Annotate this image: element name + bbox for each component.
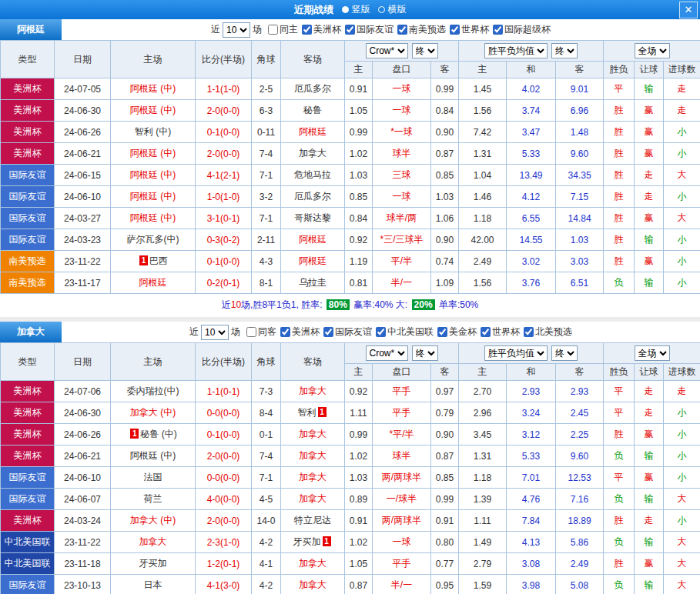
checkbox-input[interactable] xyxy=(345,25,355,35)
team-name[interactable]: 加拿大 xyxy=(299,472,327,482)
team-name[interactable]: 委内瑞拉(中) xyxy=(127,385,179,396)
handicap-result-cell: 赢 xyxy=(635,100,664,122)
team-name[interactable]: 日本 xyxy=(144,579,162,590)
wdl-time-select[interactable]: 终 xyxy=(551,345,578,361)
team-name[interactable]: 特立尼达 xyxy=(294,515,331,526)
team-name[interactable]: 阿根廷 xyxy=(299,234,327,245)
wdl-away-cell: 7.16 xyxy=(556,489,604,510)
team-name[interactable]: 阿根廷 xyxy=(139,277,167,288)
filter-checkbox[interactable]: 国际超级杯 xyxy=(493,23,551,36)
team-name[interactable]: 阿根廷 (中) xyxy=(130,83,176,94)
team-name[interactable]: 阿根廷 (中) xyxy=(130,105,176,115)
team-name[interactable]: 阿根廷 (中) xyxy=(130,169,176,180)
filter-checkbox[interactable]: 美洲杯 xyxy=(302,23,341,36)
team-name[interactable]: 乌拉圭 xyxy=(299,277,327,288)
checkbox-input[interactable] xyxy=(437,327,447,337)
team-name[interactable]: 加拿大 xyxy=(299,429,327,439)
handicap-odds-away-cell: 0.90 xyxy=(431,424,459,446)
filter-checkbox[interactable]: 国际友谊 xyxy=(345,23,394,36)
team-name[interactable]: 阿根廷 xyxy=(299,126,327,137)
layout-radio-horizontal[interactable]: 横版 xyxy=(378,3,407,16)
filter-checkbox[interactable]: 南美预选 xyxy=(397,23,446,36)
handicap-odds-away-cell: 0.99 xyxy=(431,78,459,100)
checkbox-input[interactable] xyxy=(246,327,256,337)
bookmaker-select[interactable]: Crow* xyxy=(366,345,408,361)
team-cell: 1巴西 xyxy=(111,251,196,272)
team-name[interactable]: 智利 (中) xyxy=(135,126,171,137)
team-name[interactable]: 加拿大 xyxy=(299,493,327,504)
checkbox-input[interactable] xyxy=(450,25,460,35)
scope-select[interactable]: 全场 xyxy=(635,345,670,361)
wdl-time-select[interactable]: 终 xyxy=(551,43,578,58)
team-name[interactable]: 加拿大 xyxy=(299,385,327,396)
team-name[interactable]: 加拿大 xyxy=(299,558,327,569)
checkbox-input[interactable] xyxy=(376,327,386,337)
filter-checkbox[interactable]: 国际友谊 xyxy=(323,325,372,339)
team-name[interactable]: 阿根廷 (中) xyxy=(130,450,176,461)
close-button[interactable]: ✕ xyxy=(679,2,698,18)
team-name[interactable]: 阿根廷 xyxy=(299,255,327,266)
team-name[interactable]: 厄瓜多尔 xyxy=(294,83,331,94)
team-name[interactable]: 哥斯达黎 xyxy=(294,212,331,223)
checkbox-input[interactable] xyxy=(481,327,491,337)
team-name[interactable]: 加拿大 xyxy=(139,536,167,547)
team-cell: 厄瓜多尔 xyxy=(281,78,345,100)
wdl-away-cell: 3.03 xyxy=(556,251,604,272)
wdl-draw-cell: 5.33 xyxy=(507,143,556,165)
match-count-select[interactable]: 10 xyxy=(223,22,250,38)
team-name[interactable]: 加拿大 xyxy=(299,450,327,461)
filter-checkbox[interactable]: 中北美国联 xyxy=(376,325,434,339)
red-card-icon: 1 xyxy=(139,255,148,265)
team-name[interactable]: 阿根廷 (中) xyxy=(130,148,176,159)
team-name[interactable]: 巴西 xyxy=(149,255,168,266)
checkbox-label: 南美预选 xyxy=(409,23,446,36)
match-count-select[interactable]: 10 xyxy=(201,325,229,340)
filter-checkbox[interactable]: 美金杯 xyxy=(437,325,477,339)
filter-checkbox[interactable]: 世界杯 xyxy=(450,23,489,36)
filter-checkbox[interactable]: 美洲杯 xyxy=(280,325,320,339)
filter-checkbox[interactable]: 北美预选 xyxy=(524,325,572,339)
checkbox-label: 同主 xyxy=(280,23,298,36)
checkbox-input[interactable] xyxy=(323,327,333,337)
checkbox-input[interactable] xyxy=(397,25,407,35)
checkbox-input[interactable] xyxy=(280,327,290,337)
team-name[interactable]: 加拿大 (中) xyxy=(130,515,176,526)
checkbox-input[interactable] xyxy=(268,25,278,35)
checkbox-input[interactable] xyxy=(524,327,534,337)
team-name[interactable]: 牙买加 xyxy=(293,536,321,547)
handicap-odds-away-cell: 0.84 xyxy=(431,100,459,122)
team-name[interactable]: 牙买加 xyxy=(139,558,167,569)
handicap-result-cell: 走 xyxy=(635,186,664,208)
team-name[interactable]: 法国 xyxy=(144,472,162,482)
filter-checkbox[interactable]: 世界杯 xyxy=(481,325,520,339)
filter-checkbox[interactable]: 同客 xyxy=(246,325,276,339)
match-row: 美洲杯24-03-24加拿大 (中)2-0(0-0)14-0特立尼达0.91两/… xyxy=(1,510,700,532)
team-name[interactable]: 阿根廷 (中) xyxy=(130,191,176,202)
team-name[interactable]: 秘鲁 xyxy=(303,105,322,115)
bookmaker-select[interactable]: Crow* xyxy=(366,43,408,58)
wdl-avg-select[interactable]: 胜平负均值 xyxy=(484,345,548,361)
team-cell: 阿根廷 xyxy=(281,122,345,143)
wdl-avg-select[interactable]: 胜平负均值 xyxy=(484,43,548,58)
team-name[interactable]: 荷兰 xyxy=(144,493,162,504)
handicap-time-select[interactable]: 终 xyxy=(412,43,438,58)
team-name[interactable]: 智利 xyxy=(298,407,317,418)
filter-checkbox[interactable]: 同主 xyxy=(268,23,298,36)
team-cell: 阿根廷 (中) xyxy=(111,208,196,229)
team-name[interactable]: 阿根廷 (中) xyxy=(130,212,176,223)
team-name[interactable]: 危地马拉 xyxy=(294,169,331,180)
team-name[interactable]: 加拿大 xyxy=(299,579,327,590)
checkbox-input[interactable] xyxy=(493,25,503,35)
scope-select[interactable]: 全场 xyxy=(635,43,670,58)
team-name[interactable]: 秘鲁 (中) xyxy=(140,429,176,439)
checkbox-input[interactable] xyxy=(302,25,312,35)
team-name[interactable]: 加拿大 xyxy=(299,148,327,159)
team-name[interactable]: 萨尔瓦多(中) xyxy=(127,234,179,245)
match-row: 国际友谊24-06-10法国0-0(0-0)7-1加拿大1.03两/两球半0.8… xyxy=(1,467,700,489)
team-name[interactable]: 加拿大 (中) xyxy=(130,407,176,418)
layout-radio-vertical[interactable]: 竖版 xyxy=(342,3,370,16)
team-cell: 阿根廷 xyxy=(281,251,345,272)
handicap-time-select[interactable]: 终 xyxy=(412,345,438,361)
column-header-home: 主场 xyxy=(111,343,196,381)
team-name[interactable]: 厄瓜多尔 xyxy=(294,191,331,202)
